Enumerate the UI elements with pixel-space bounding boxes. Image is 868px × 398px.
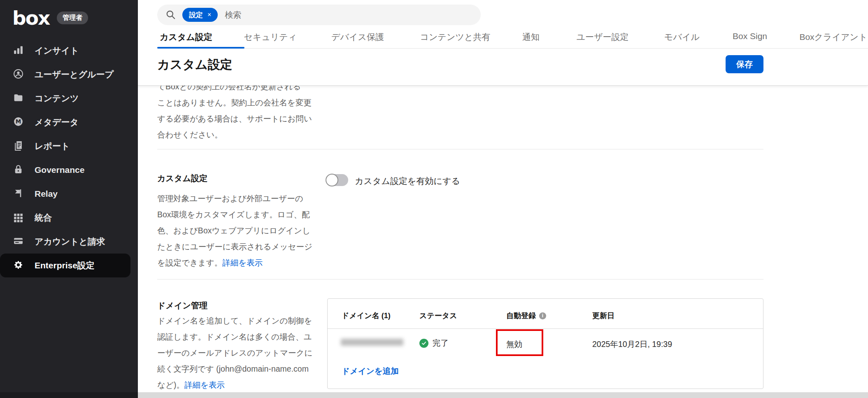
- custom-settings-description: 管理対象ユーザーおよび外部ユーザーの Box環境をカスタマイズします。ロゴ、配 …: [157, 191, 312, 271]
- page-header: 設定 × カスタム設定 セキュリティ デバイス保護 コンテンツと共有 通知 ユー…: [138, 0, 868, 86]
- column-header-auto-enrollment: 自動登録 i: [506, 311, 546, 321]
- sidebar: box 管理者 インサイト ユーザーとグループ コンテンツ: [0, 0, 138, 398]
- metadata-m-icon: M: [13, 116, 23, 128]
- chip-label: 設定: [189, 10, 203, 20]
- tab-custom-settings[interactable]: カスタム設定: [160, 31, 212, 43]
- toggle-knob: [326, 174, 338, 186]
- tab-device-protection[interactable]: デバイス保護: [331, 31, 384, 43]
- description-line: たときにユーザーに表示されるメッセージ: [157, 239, 312, 255]
- description-line: 続く文字列です (john@domain-name.com: [157, 361, 312, 377]
- description-line: を設定できます。: [157, 258, 222, 267]
- admin-badge: 管理者: [57, 12, 88, 24]
- sidebar-item-label: 統合: [35, 212, 52, 223]
- tab-box-sign[interactable]: Box Sign: [733, 31, 767, 41]
- sidebar-item-governance[interactable]: Governance: [0, 158, 138, 182]
- column-header-label: 自動登録: [506, 311, 536, 321]
- status-value: 完了: [433, 337, 449, 349]
- sidebar-item-label: Relay: [35, 189, 58, 199]
- sidebar-item-reports[interactable]: レポート: [0, 134, 138, 158]
- tab-notifications[interactable]: 通知: [522, 31, 540, 43]
- sidebar-item-label: ユーザーとグループ: [35, 69, 114, 80]
- sidebar-bottom-edge: [0, 392, 138, 398]
- search-filter-chip[interactable]: 設定 ×: [182, 8, 218, 22]
- flag-icon: [13, 188, 23, 200]
- search-input[interactable]: [224, 10, 472, 20]
- description-line: ーザーのメールアドレスのアットマークに: [157, 345, 312, 361]
- domain-learn-more-link[interactable]: 詳細を表示: [184, 380, 225, 389]
- custom-settings-toggle[interactable]: [326, 174, 348, 186]
- grid-icon: [13, 212, 23, 224]
- credit-card-icon: [13, 236, 23, 248]
- sidebar-item-integrations[interactable]: 統合: [0, 206, 138, 230]
- sidebar-item-label: メタデータ: [35, 116, 79, 128]
- sidebar-item-content[interactable]: コンテンツ: [0, 86, 138, 110]
- notice-line: ことはありません。契約上の会社名を変更: [157, 95, 312, 111]
- folder-icon: [13, 93, 23, 105]
- domain-management-heading: ドメイン管理: [157, 300, 207, 311]
- check-circle-icon: [419, 339, 428, 348]
- domain-table: ドメイン名 (1) ステータス 自動登録 i 更新日 完了 無効 2025年10…: [327, 298, 763, 389]
- chip-close-icon[interactable]: ×: [207, 12, 211, 18]
- search-icon: [165, 9, 176, 20]
- description-line: 色、およびBoxウェブアプリにログインし: [157, 223, 312, 239]
- page-title: カスタム設定: [157, 56, 233, 73]
- tab-user-settings[interactable]: ユーザー設定: [577, 31, 629, 43]
- table-header-divider: [328, 328, 763, 329]
- notice-line: する必要がある場合は、サポートにお問い: [157, 111, 312, 127]
- sidebar-item-label: インサイト: [35, 45, 79, 56]
- add-domain-link[interactable]: ドメインを追加: [342, 365, 399, 377]
- description-line: Box環境をカスタマイズします。ロゴ、配: [157, 207, 312, 223]
- column-header-status: ステータス: [419, 311, 457, 321]
- box-logo[interactable]: box: [12, 8, 49, 28]
- tab-mobile[interactable]: モバイル: [664, 31, 700, 43]
- box-admin-console: box 管理者 インサイト ユーザーとグループ コンテンツ: [0, 0, 868, 398]
- description-line: ドメイン名を追加して、ドメインの制御を: [157, 313, 312, 329]
- gear-icon: [13, 260, 23, 272]
- company-name-notice: てBoxとの契約上の会社名が更新される ことはありません。契約上の会社名を変更 …: [157, 79, 312, 143]
- domain-management-description: ドメイン名を追加して、ドメインの制御を 認証します。ドメイン名は多くの場合、ユ …: [157, 313, 312, 393]
- sidebar-item-label: Enterprise設定: [35, 260, 95, 271]
- annotation-highlight-box: [496, 329, 543, 356]
- sidebar-item-relay[interactable]: Relay: [0, 182, 138, 206]
- save-button[interactable]: 保存: [726, 55, 763, 73]
- sidebar-item-enterprise-settings[interactable]: Enterprise設定: [0, 254, 130, 277]
- section-divider: [157, 279, 763, 279]
- page-bottom-edge: [138, 392, 868, 398]
- lock-icon: [13, 164, 23, 176]
- report-icon: [13, 140, 23, 152]
- active-tab-underline: [157, 47, 244, 49]
- sidebar-item-metadata[interactable]: M メタデータ: [0, 110, 138, 134]
- sidebar-item-users-groups[interactable]: ユーザーとグループ: [0, 63, 138, 86]
- sidebar-item-label: レポート: [35, 140, 70, 152]
- tab-security[interactable]: セキュリティ: [244, 31, 297, 43]
- column-header-updated: 更新日: [592, 311, 614, 321]
- section-divider: [157, 149, 763, 149]
- custom-settings-heading: カスタム設定: [157, 173, 207, 184]
- updated-date-value: 2025年10月2日, 19:39: [592, 339, 672, 350]
- sidebar-item-insights[interactable]: インサイト: [0, 39, 138, 63]
- domain-name-redacted: [341, 339, 403, 346]
- notice-line: 合わせください。: [157, 127, 312, 143]
- tabs-divider: [157, 48, 868, 49]
- tab-content-sharing[interactable]: コンテンツと共有: [420, 31, 491, 43]
- sidebar-item-label: コンテンツ: [35, 93, 79, 104]
- custom-settings-toggle-label: カスタム設定を有効にする: [355, 175, 460, 187]
- sidebar-item-account-billing[interactable]: アカウントと請求: [0, 230, 138, 254]
- description-line: 認証します。ドメイン名は多くの場合、ユ: [157, 329, 312, 345]
- custom-settings-learn-more-link[interactable]: 詳細を表示: [222, 258, 263, 267]
- svg-text:M: M: [16, 118, 21, 125]
- bar-chart-icon: [13, 45, 23, 57]
- description-line: 管理対象ユーザーおよび外部ユーザーの: [157, 191, 312, 207]
- tab-box-clients[interactable]: Boxクライアント: [799, 31, 867, 43]
- sidebar-item-label: Governance: [35, 165, 84, 175]
- sidebar-item-label: アカウントと請求: [35, 236, 105, 247]
- search-bar[interactable]: 設定 ×: [157, 5, 481, 25]
- sidebar-nav: インサイト ユーザーとグループ コンテンツ M メタデータ: [0, 39, 138, 277]
- column-header-domain-name: ドメイン名 (1): [342, 311, 391, 321]
- description-line: など)。: [157, 380, 184, 389]
- info-icon[interactable]: i: [539, 312, 546, 319]
- status-cell: 完了: [419, 337, 449, 349]
- user-circle-icon: [13, 69, 23, 81]
